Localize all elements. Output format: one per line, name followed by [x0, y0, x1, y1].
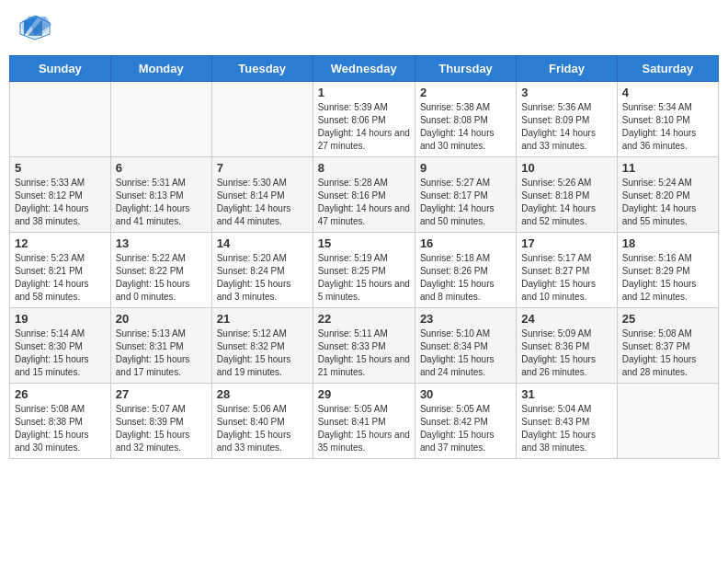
calendar-cell: 8Sunrise: 5:28 AM Sunset: 8:16 PM Daylig… [313, 157, 415, 233]
day-info: Sunrise: 5:12 AM Sunset: 8:32 PM Dayligh… [217, 327, 308, 379]
calendar-week-row: 26Sunrise: 5:08 AM Sunset: 8:38 PM Dayli… [10, 384, 719, 459]
calendar-cell: 4Sunrise: 5:34 AM Sunset: 8:10 PM Daylig… [617, 82, 718, 157]
calendar-cell: 29Sunrise: 5:05 AM Sunset: 8:41 PM Dayli… [313, 384, 415, 459]
day-number: 21 [217, 312, 308, 326]
calendar-cell: 1Sunrise: 5:39 AM Sunset: 8:06 PM Daylig… [313, 82, 415, 157]
day-number: 30 [420, 387, 511, 401]
day-info: Sunrise: 5:27 AM Sunset: 8:17 PM Dayligh… [420, 177, 511, 228]
day-of-week-header: Saturday [617, 56, 718, 82]
day-number: 27 [116, 387, 207, 401]
day-info: Sunrise: 5:28 AM Sunset: 8:16 PM Dayligh… [318, 177, 410, 228]
calendar-cell: 6Sunrise: 5:31 AM Sunset: 8:13 PM Daylig… [110, 157, 211, 233]
day-info: Sunrise: 5:08 AM Sunset: 8:38 PM Dayligh… [15, 403, 106, 454]
day-info: Sunrise: 5:11 AM Sunset: 8:33 PM Dayligh… [318, 327, 410, 379]
day-info: Sunrise: 5:08 AM Sunset: 8:37 PM Dayligh… [622, 327, 713, 379]
day-number: 17 [521, 236, 611, 250]
day-number: 29 [318, 387, 410, 401]
day-of-week-header: Sunday [10, 56, 111, 82]
calendar-table: SundayMondayTuesdayWednesdayThursdayFrid… [9, 55, 719, 459]
calendar-cell [211, 82, 313, 157]
calendar-cell: 19Sunrise: 5:14 AM Sunset: 8:30 PM Dayli… [10, 308, 111, 384]
day-info: Sunrise: 5:14 AM Sunset: 8:30 PM Dayligh… [15, 327, 106, 379]
day-number: 6 [116, 161, 207, 175]
calendar-week-row: 5Sunrise: 5:33 AM Sunset: 8:12 PM Daylig… [10, 157, 719, 233]
day-info: Sunrise: 5:09 AM Sunset: 8:36 PM Dayligh… [521, 327, 611, 379]
calendar-cell: 30Sunrise: 5:05 AM Sunset: 8:42 PM Dayli… [415, 384, 516, 459]
day-of-week-header: Tuesday [211, 56, 313, 82]
day-info: Sunrise: 5:22 AM Sunset: 8:22 PM Dayligh… [116, 252, 207, 304]
day-info: Sunrise: 5:13 AM Sunset: 8:31 PM Dayligh… [116, 327, 207, 379]
calendar-cell: 24Sunrise: 5:09 AM Sunset: 8:36 PM Dayli… [517, 308, 617, 384]
calendar-week-row: 12Sunrise: 5:23 AM Sunset: 8:21 PM Dayli… [10, 233, 719, 308]
day-info: Sunrise: 5:06 AM Sunset: 8:40 PM Dayligh… [217, 403, 308, 454]
day-number: 26 [15, 387, 106, 401]
day-info: Sunrise: 5:23 AM Sunset: 8:21 PM Dayligh… [15, 252, 106, 304]
calendar-cell [110, 82, 211, 157]
day-info: Sunrise: 5:16 AM Sunset: 8:29 PM Dayligh… [622, 252, 713, 304]
day-number: 3 [521, 86, 611, 99]
calendar-cell [617, 384, 718, 459]
calendar-cell: 22Sunrise: 5:11 AM Sunset: 8:33 PM Dayli… [313, 308, 415, 384]
calendar-cell: 28Sunrise: 5:06 AM Sunset: 8:40 PM Dayli… [211, 384, 313, 459]
calendar-cell: 12Sunrise: 5:23 AM Sunset: 8:21 PM Dayli… [10, 233, 111, 308]
day-info: Sunrise: 5:10 AM Sunset: 8:34 PM Dayligh… [420, 327, 511, 379]
day-info: Sunrise: 5:26 AM Sunset: 8:18 PM Dayligh… [521, 177, 611, 228]
day-number: 14 [217, 236, 308, 250]
calendar-cell: 27Sunrise: 5:07 AM Sunset: 8:39 PM Dayli… [110, 384, 211, 459]
day-info: Sunrise: 5:24 AM Sunset: 8:20 PM Dayligh… [622, 177, 713, 228]
calendar-cell: 5Sunrise: 5:33 AM Sunset: 8:12 PM Daylig… [10, 157, 111, 233]
day-number: 28 [217, 387, 308, 401]
calendar-cell [10, 82, 111, 157]
calendar-cell: 2Sunrise: 5:38 AM Sunset: 8:08 PM Daylig… [415, 82, 516, 157]
day-number: 18 [622, 236, 713, 250]
calendar-cell: 3Sunrise: 5:36 AM Sunset: 8:09 PM Daylig… [517, 82, 617, 157]
calendar-cell: 7Sunrise: 5:30 AM Sunset: 8:14 PM Daylig… [211, 157, 313, 233]
day-number: 25 [622, 312, 713, 326]
day-info: Sunrise: 5:05 AM Sunset: 8:42 PM Dayligh… [420, 403, 511, 454]
calendar-cell: 23Sunrise: 5:10 AM Sunset: 8:34 PM Dayli… [415, 308, 516, 384]
day-info: Sunrise: 5:39 AM Sunset: 8:06 PM Dayligh… [318, 101, 410, 153]
day-info: Sunrise: 5:07 AM Sunset: 8:39 PM Dayligh… [116, 403, 207, 454]
day-number: 10 [521, 161, 611, 175]
day-number: 1 [318, 86, 410, 99]
day-number: 7 [217, 161, 308, 175]
day-number: 19 [15, 312, 106, 326]
calendar-cell: 25Sunrise: 5:08 AM Sunset: 8:37 PM Dayli… [617, 308, 718, 384]
day-info: Sunrise: 5:19 AM Sunset: 8:25 PM Dayligh… [318, 252, 410, 304]
calendar-header-row: SundayMondayTuesdayWednesdayThursdayFrid… [10, 56, 719, 82]
calendar-cell: 26Sunrise: 5:08 AM Sunset: 8:38 PM Dayli… [10, 384, 111, 459]
day-info: Sunrise: 5:17 AM Sunset: 8:27 PM Dayligh… [521, 252, 611, 304]
day-number: 4 [622, 86, 713, 99]
day-number: 12 [15, 236, 106, 250]
calendar-cell: 14Sunrise: 5:20 AM Sunset: 8:24 PM Dayli… [211, 233, 313, 308]
day-info: Sunrise: 5:38 AM Sunset: 8:08 PM Dayligh… [420, 101, 511, 153]
day-info: Sunrise: 5:18 AM Sunset: 8:26 PM Dayligh… [420, 252, 511, 304]
day-of-week-header: Friday [517, 56, 617, 82]
day-of-week-header: Thursday [415, 56, 516, 82]
day-info: Sunrise: 5:36 AM Sunset: 8:09 PM Dayligh… [521, 101, 611, 153]
day-number: 2 [420, 86, 511, 99]
day-number: 15 [318, 236, 410, 250]
day-info: Sunrise: 5:05 AM Sunset: 8:41 PM Dayligh… [318, 403, 410, 454]
day-of-week-header: Wednesday [313, 56, 415, 82]
day-info: Sunrise: 5:20 AM Sunset: 8:24 PM Dayligh… [217, 252, 308, 304]
calendar-cell: 13Sunrise: 5:22 AM Sunset: 8:22 PM Dayli… [110, 233, 211, 308]
page-header [9, 9, 719, 46]
day-info: Sunrise: 5:33 AM Sunset: 8:12 PM Dayligh… [15, 177, 106, 228]
day-info: Sunrise: 5:04 AM Sunset: 8:43 PM Dayligh… [521, 403, 611, 454]
day-info: Sunrise: 5:34 AM Sunset: 8:10 PM Dayligh… [622, 101, 713, 153]
day-number: 20 [116, 312, 207, 326]
calendar-cell: 20Sunrise: 5:13 AM Sunset: 8:31 PM Dayli… [110, 308, 211, 384]
calendar-cell: 17Sunrise: 5:17 AM Sunset: 8:27 PM Dayli… [517, 233, 617, 308]
day-of-week-header: Monday [110, 56, 211, 82]
day-number: 23 [420, 312, 511, 326]
day-number: 24 [521, 312, 611, 326]
logo-icon [18, 14, 51, 41]
calendar-week-row: 1Sunrise: 5:39 AM Sunset: 8:06 PM Daylig… [10, 82, 719, 157]
calendar-week-row: 19Sunrise: 5:14 AM Sunset: 8:30 PM Dayli… [10, 308, 719, 384]
day-number: 13 [116, 236, 207, 250]
calendar-cell: 16Sunrise: 5:18 AM Sunset: 8:26 PM Dayli… [415, 233, 516, 308]
day-number: 16 [420, 236, 511, 250]
calendar-cell: 15Sunrise: 5:19 AM Sunset: 8:25 PM Dayli… [313, 233, 415, 308]
day-number: 9 [420, 161, 511, 175]
